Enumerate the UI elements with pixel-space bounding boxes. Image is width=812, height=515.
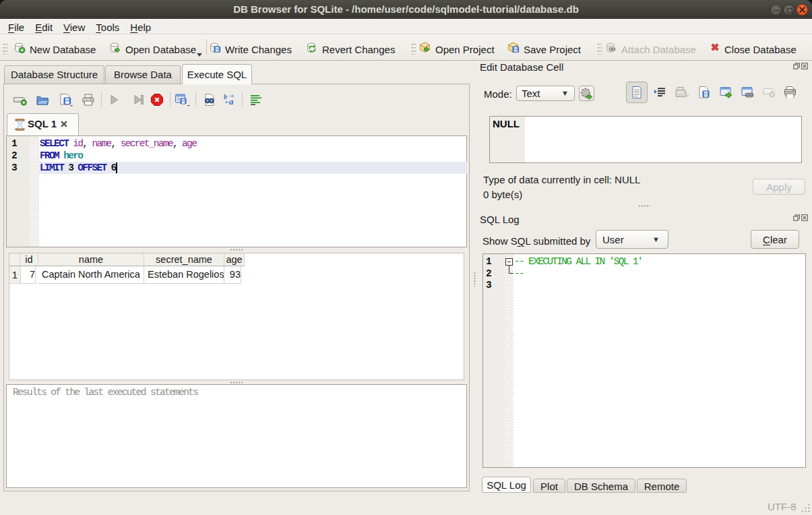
svg-text:b: b	[224, 93, 227, 100]
svg-text:a: a	[229, 96, 234, 107]
